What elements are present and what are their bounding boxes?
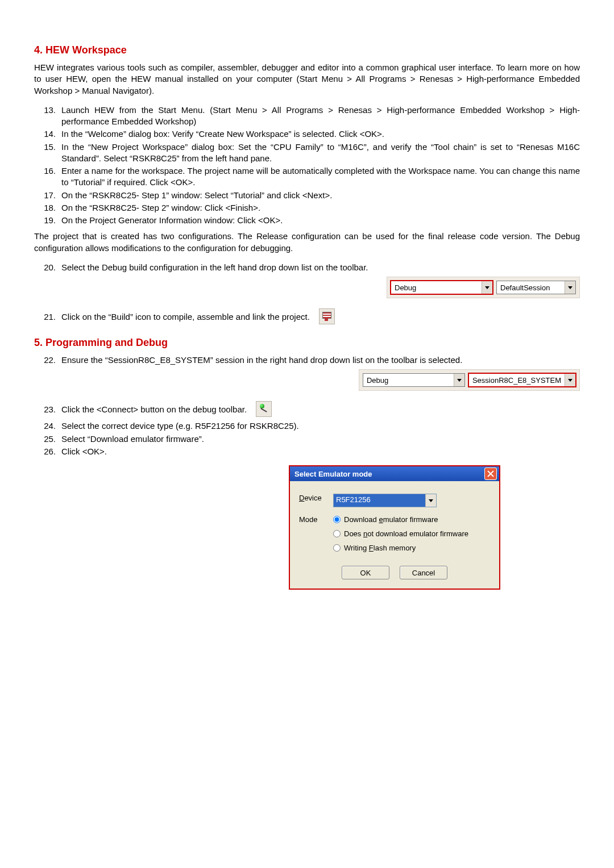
- step-number: 21.: [34, 312, 61, 322]
- chevron-down-icon: [565, 374, 575, 386]
- mode-option-download[interactable]: Download emulator firmware: [333, 515, 490, 524]
- step23: 23. Click the <Connect> button on the de…: [34, 404, 247, 414]
- list-item: 14.In the “Welcome” dialog box: Verify “…: [34, 128, 580, 140]
- step-number: 19.: [34, 215, 61, 226]
- step-text: Click on the “Build” icon to compile, as…: [61, 312, 310, 322]
- chevron-down-icon: [425, 494, 436, 507]
- ok-button[interactable]: OK: [342, 566, 389, 579]
- radio-flash[interactable]: [333, 544, 341, 552]
- build-config-dropdown[interactable]: Debug: [363, 373, 465, 387]
- step-text: Enter a name for the workspace. The proj…: [61, 165, 580, 189]
- mode-label: Mode: [299, 515, 333, 558]
- step-text: Select the correct device type (e.g. R5F…: [61, 420, 580, 432]
- list-item: 26.Click <OK>.: [34, 446, 580, 457]
- build-icon[interactable]: [319, 308, 335, 324]
- step-number: 23.: [34, 404, 61, 414]
- chevron-down-icon: [565, 281, 575, 294]
- radio-download[interactable]: [333, 516, 341, 523]
- step-number: 13.: [34, 105, 61, 128]
- step-number: 16.: [34, 165, 61, 189]
- section5-heading: 5. Programming and Debug: [34, 337, 580, 349]
- step-number: 14.: [34, 128, 61, 140]
- mode-option-flash[interactable]: Writing Flash memory: [333, 544, 490, 552]
- section5-steps-list: 24.Select the correct device type (e.g. …: [34, 420, 580, 457]
- dialog-titlebar: Select Emulator mode: [290, 466, 499, 481]
- close-icon[interactable]: [484, 468, 497, 480]
- cancel-button[interactable]: Cancel: [400, 566, 447, 579]
- session-dropdown[interactable]: SessionR8C_E8_SYSTEM: [468, 373, 576, 387]
- list-item: 25.Select “Download emulator firmware”.: [34, 433, 580, 445]
- device-dropdown[interactable]: R5F21256: [333, 494, 437, 507]
- step-text: Click the <Connect> button on the debug …: [61, 404, 247, 414]
- list-item: 17.On the “RSKR8C25- Step 1” window: Sel…: [34, 190, 580, 201]
- step-text: In the “New Project Workspace” dialog bo…: [61, 141, 580, 165]
- section4-steps-list: 13.Launch HEW from the Start Menu. (Star…: [34, 105, 580, 227]
- step-number: 24.: [34, 420, 61, 432]
- step-text: Click <OK>.: [61, 446, 580, 457]
- radio-no-download[interactable]: [333, 530, 341, 537]
- step-number: 17.: [34, 190, 61, 201]
- build-config-dropdown[interactable]: Debug: [391, 281, 493, 294]
- step-text: Select the Debug build configuration in …: [61, 262, 580, 273]
- device-label: Device: [299, 494, 333, 507]
- list-item: 16.Enter a name for the workspace. The p…: [34, 165, 580, 189]
- step21: 21. Click on the “Build” icon to compile…: [34, 312, 310, 322]
- list-item: 13.Launch HEW from the Start Menu. (Star…: [34, 105, 580, 128]
- chevron-down-icon: [454, 374, 464, 386]
- step20-wrap: 20. Select the Debug build configuration…: [34, 262, 580, 273]
- step-number: 26.: [34, 446, 61, 457]
- step-text: Select “Download emulator firmware”.: [61, 433, 580, 445]
- connect-icon[interactable]: [256, 401, 272, 417]
- step-number: 22.: [34, 354, 61, 366]
- session-dropdown[interactable]: DefaultSession: [496, 281, 576, 294]
- dialog-title: Select Emulator mode: [294, 470, 484, 478]
- step-number: 25.: [34, 433, 61, 445]
- step-number: 15.: [34, 141, 61, 165]
- toolbar-session-dropdowns: Debug SessionR8C_E8_SYSTEM: [359, 369, 580, 391]
- step-text: On the Project Generator Information win…: [61, 215, 580, 226]
- list-item: 19.On the Project Generator Information …: [34, 215, 580, 226]
- mode-option-no-download[interactable]: Does not download emulator firmware: [333, 529, 490, 538]
- section4-intro: HEW integrates various tools such as com…: [34, 62, 580, 97]
- section4-midtext: The project that is created has two conf…: [34, 231, 580, 254]
- section4-heading: 4. HEW Workspace: [34, 44, 580, 56]
- emulator-mode-dialog: Select Emulator mode Device R5F21256 Mod…: [289, 465, 500, 590]
- step-text: Launch HEW from the Start Menu. (Start M…: [61, 105, 580, 128]
- list-item: 24.Select the correct device type (e.g. …: [34, 420, 580, 432]
- toolbar-config-dropdowns: Debug DefaultSession: [387, 277, 580, 298]
- step-text: On the “RSKR8C25- Step 2” window: Click …: [61, 202, 580, 214]
- step-number: 20.: [34, 262, 61, 273]
- step-text: In the “Welcome” dialog box: Verify “Cre…: [61, 128, 580, 140]
- step-text: On the “RSKR8C25- Step 1” window: Select…: [61, 190, 580, 201]
- list-item: 15.In the “New Project Workspace” dialog…: [34, 141, 580, 165]
- step22-wrap: 22. Ensure the “SessionR8C_E8_SYSTEM” se…: [34, 354, 580, 366]
- chevron-down-icon: [482, 281, 492, 294]
- step-number: 18.: [34, 202, 61, 214]
- list-item: 18.On the “RSKR8C25- Step 2” window: Cli…: [34, 202, 580, 214]
- step-text: Ensure the “SessionR8C_E8_SYSTEM” sessio…: [61, 354, 580, 366]
